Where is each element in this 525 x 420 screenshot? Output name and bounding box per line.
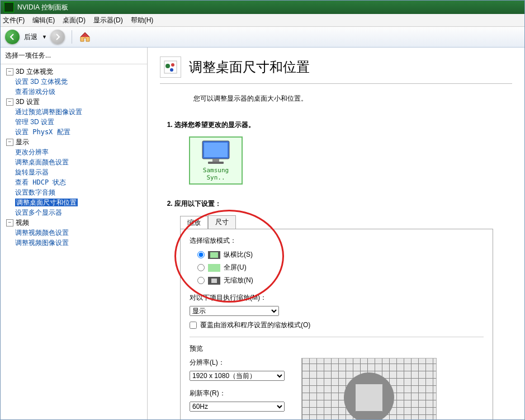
step-1-title: 选择您希望更改的显示器。 xyxy=(174,121,255,129)
scaling-preview xyxy=(301,358,437,420)
monitor-card[interactable]: Samsung Syn.. xyxy=(189,136,243,185)
home-icon[interactable] xyxy=(79,31,91,43)
monitor-icon xyxy=(200,140,231,166)
tree-group-video[interactable]: −视频 调整视频颜色设置 调整视频图像设置 xyxy=(6,218,147,248)
expander-icon[interactable]: − xyxy=(6,219,13,226)
refresh-select[interactable]: 60Hz xyxy=(190,402,285,412)
tree-item[interactable]: 通过预览调整图像设置 xyxy=(15,108,82,116)
menubar: 文件(F) 编辑(E) 桌面(D) 显示器(D) 帮助(H) xyxy=(1,14,524,27)
expander-icon[interactable]: − xyxy=(6,139,13,146)
radio-noscale-label: 无缩放(N) xyxy=(224,276,253,285)
radio-fullscreen[interactable]: 全屏(U) xyxy=(197,263,484,272)
expander-icon[interactable]: − xyxy=(6,98,13,106)
tree-item[interactable]: 旋转显示器 xyxy=(15,168,49,176)
nav-back-button[interactable] xyxy=(5,30,20,44)
radio-aspect-label: 纵横比(S) xyxy=(224,250,253,259)
menu-file[interactable]: 文件(F) xyxy=(3,16,25,25)
settings-tabs: 缩放 尺寸 xyxy=(180,215,512,229)
override-label: 覆盖由游戏和程序设置的缩放模式(O) xyxy=(200,320,310,330)
tree-item[interactable]: 调整视频颜色设置 xyxy=(15,229,69,237)
titlebar: NVIDIA 控制面板 xyxy=(1,1,524,14)
radio-fullscreen-label: 全屏(U) xyxy=(224,263,247,272)
svg-rect-7 xyxy=(208,162,224,164)
menu-display[interactable]: 显示器(D) xyxy=(93,16,123,25)
override-checkbox[interactable] xyxy=(190,322,197,329)
main: 调整桌面尺寸和位置 您可以调整显示器的桌面大小和位置。 选择您希望更改的显示器。 xyxy=(148,48,524,420)
svg-rect-5 xyxy=(204,143,228,157)
expander-icon[interactable]: − xyxy=(6,68,13,75)
tree-item[interactable]: 调整视频图像设置 xyxy=(15,239,69,247)
step-1: 选择您希望更改的显示器。 Samsung Syn.. xyxy=(174,120,512,185)
tree-item[interactable]: 调整桌面颜色设置 xyxy=(15,158,69,166)
page-header-icon xyxy=(160,56,181,78)
step-2: 应用以下设置： 缩放 尺寸 选择缩放模式： xyxy=(174,199,512,420)
svg-point-2 xyxy=(171,63,174,67)
radio-noscale-input[interactable] xyxy=(197,277,205,284)
page-description: 您可以调整显示器的桌面大小和位置。 xyxy=(193,94,512,103)
nav-back-dropdown[interactable]: ▼ xyxy=(42,34,47,40)
nvidia-app-icon xyxy=(4,2,14,12)
page-header: 调整桌面尺寸和位置 xyxy=(160,54,512,84)
preview-heading: 预览 xyxy=(190,344,484,353)
step-2-title: 应用以下设置： xyxy=(174,200,221,207)
tree-item[interactable]: 设置数字音频 xyxy=(15,188,55,196)
nav-back-label: 后退 xyxy=(24,32,37,42)
perform-scaling-on-label: 对以下项目执行缩放(M)： xyxy=(190,293,484,303)
tree-group-3d-settings[interactable]: −3D 设置 通过预览调整图像设置 管理 3D 设置 设置 PhysX 配置 xyxy=(6,97,147,137)
override-checkbox-row[interactable]: 覆盖由游戏和程序设置的缩放模式(O) xyxy=(190,320,484,330)
tree-group-3d-stereo[interactable]: −3D 立体视觉 设置 3D 立体视觉 查看游戏分级 xyxy=(6,67,147,97)
tree-item[interactable]: 更改分辨率 xyxy=(15,148,49,156)
toolbar-separator xyxy=(72,30,72,44)
tree-item[interactable]: 设置多个显示器 xyxy=(15,209,62,216)
tree-item[interactable]: 设置 PhysX 配置 xyxy=(15,128,70,136)
toolbar: 后退 ▼ xyxy=(1,27,524,48)
menu-help[interactable]: 帮助(H) xyxy=(131,16,154,25)
nav-tree: −3D 立体视觉 设置 3D 立体视觉 查看游戏分级 −3D 设置 通过预览调整… xyxy=(1,64,147,248)
sidebar-header: 选择一项任务... xyxy=(1,48,147,64)
page-title: 调整桌面尺寸和位置 xyxy=(189,58,310,76)
svg-point-3 xyxy=(170,68,173,72)
resolution-label: 分辨率(L)： xyxy=(190,358,285,367)
aspect-ratio-icon xyxy=(208,251,220,259)
resolution-select[interactable]: 1920 x 1080（当前） xyxy=(190,371,285,381)
svg-point-1 xyxy=(165,64,170,68)
noscale-icon xyxy=(208,277,220,285)
radio-fullscreen-input[interactable] xyxy=(197,264,205,271)
tab-size[interactable]: 尺寸 xyxy=(208,215,236,229)
divider xyxy=(190,337,484,337)
radio-noscale[interactable]: 无缩放(N) xyxy=(197,276,484,285)
svg-rect-6 xyxy=(212,159,219,162)
radio-aspect-ratio[interactable]: 纵横比(S) xyxy=(197,250,484,259)
sidebar: 选择一项任务... −3D 立体视觉 设置 3D 立体视觉 查看游戏分级 −3D… xyxy=(1,48,148,420)
menu-edit[interactable]: 编辑(E) xyxy=(32,16,55,25)
tree-item[interactable]: 查看游戏分级 xyxy=(15,88,55,96)
tab-scaling[interactable]: 缩放 xyxy=(180,216,208,229)
settings-panel: 选择缩放模式： 纵横比(S) 全屏(U) xyxy=(180,229,493,420)
tree-item-selected[interactable]: 调整桌面尺寸和位置 xyxy=(15,199,78,206)
tree-group-display[interactable]: −显示 更改分辨率 调整桌面颜色设置 旋转显示器 查看 HDCP 状态 设置数字… xyxy=(6,137,147,218)
radio-aspect-input[interactable] xyxy=(197,251,205,258)
body: 选择一项任务... −3D 立体视觉 设置 3D 立体视觉 查看游戏分级 −3D… xyxy=(1,48,524,420)
menu-desktop[interactable]: 桌面(D) xyxy=(63,16,86,25)
window-title: NVIDIA 控制面板 xyxy=(17,3,68,12)
tree-item[interactable]: 查看 HDCP 状态 xyxy=(15,178,66,186)
nav-forward-button[interactable] xyxy=(50,30,65,44)
monitor-name: Samsung Syn.. xyxy=(192,167,239,181)
fullscreen-icon xyxy=(208,264,220,272)
window-root: NVIDIA 控制面板 文件(F) 编辑(E) 桌面(D) 显示器(D) 帮助(… xyxy=(0,0,525,420)
tree-item[interactable]: 管理 3D 设置 xyxy=(15,118,54,126)
perform-scaling-on-select[interactable]: 显示 xyxy=(190,306,279,316)
tree-item[interactable]: 设置 3D 立体视觉 xyxy=(15,78,68,86)
refresh-label: 刷新率(R)： xyxy=(190,389,285,398)
scale-mode-label: 选择缩放模式： xyxy=(190,236,484,246)
